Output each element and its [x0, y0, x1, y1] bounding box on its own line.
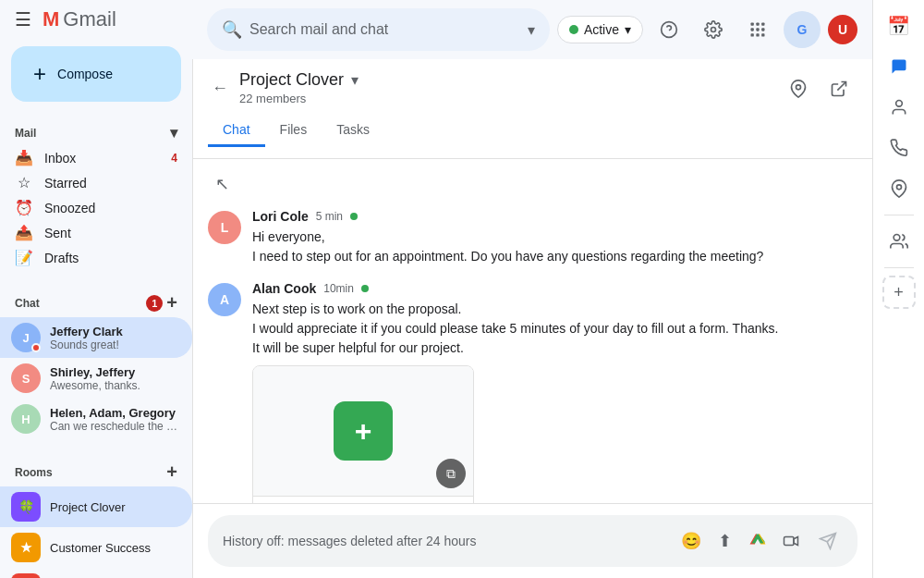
right-maps-button[interactable] [881, 170, 918, 207]
mail-section-text: Mail [15, 127, 36, 140]
attachment-preview: + ⧉ [253, 366, 473, 496]
alan-header: Alan Cook 10min [252, 281, 857, 296]
chat-item-shirley[interactable]: S Shirley, Jeffery Awesome, thanks. [0, 358, 192, 399]
upload-button[interactable]: ⬆ [710, 526, 739, 556]
tab-tasks[interactable]: Tasks [322, 115, 384, 147]
cursor-area: ↖ [208, 174, 857, 194]
lori-online-dot [350, 213, 358, 220]
helen-info: Helen, Adam, Gregory Can we reschedule t… [50, 406, 181, 433]
drafts-icon: 📝 [15, 249, 33, 266]
chat-room-title: Project Clover [239, 70, 344, 90]
rooms-section-label[interactable]: Rooms + [0, 454, 192, 486]
attachment-footer: ▦ Proposal survey d... ↗ [253, 496, 473, 503]
search-bar[interactable]: 🔍 ▾ [207, 8, 550, 51]
tab-chat[interactable]: Chat [208, 115, 265, 147]
topbar: 🔍 ▾ Active ▾ G U [192, 0, 872, 59]
project-clover-icon: 🍀 [11, 492, 41, 522]
jeffery-name: Jeffery Clark [50, 325, 181, 338]
room-item-customer-success[interactable]: ★ Customer Success [0, 527, 192, 568]
mail-section-label[interactable]: Mail ▾ [0, 117, 192, 145]
sidebar-item-inbox[interactable]: 📥 Inbox 4 [0, 145, 192, 170]
svg-point-19 [896, 185, 901, 190]
chat-section-label[interactable]: Chat 1 + [0, 285, 192, 317]
right-contacts-button[interactable] [881, 89, 918, 126]
hamburger-icon[interactable]: ☰ [15, 8, 31, 31]
sent-label: Sent [44, 226, 71, 240]
starred-label: Starred [44, 176, 87, 191]
alan-attachment: + ⧉ ▦ Proposal survey d... ↗ [252, 365, 474, 503]
search-icon: 🔍 [222, 19, 242, 40]
message-alan-cook: A Alan Cook 10min Next step is to work o… [208, 281, 857, 503]
snoozed-icon: ⏰ [15, 199, 33, 216]
alan-avatar: A [208, 283, 241, 316]
sidebar-item-drafts[interactable]: 📝 Drafts [0, 245, 192, 270]
user-avatar[interactable]: U [828, 15, 857, 44]
customer-success-icon: ★ [11, 533, 41, 562]
help-button[interactable] [650, 11, 687, 48]
meet-button[interactable] [776, 526, 806, 556]
chat-badge: 1 [146, 295, 163, 312]
send-button[interactable] [813, 526, 843, 556]
alan-message-text: Next step is to work on the proposal. I … [252, 300, 857, 358]
chat-item-helen[interactable]: H Helen, Adam, Gregory Can we reschedule… [0, 399, 192, 439]
sidebar-item-snoozed[interactable]: ⏰ Snoozed [0, 195, 192, 220]
right-add-widget-button[interactable]: + [882, 276, 916, 309]
inbox-label: Inbox [44, 151, 76, 166]
sidebar-item-sent[interactable]: 📤 Sent [0, 220, 192, 245]
chat-title-row: Project Clover ▾ [239, 70, 359, 90]
lori-avatar: L [208, 211, 241, 244]
svg-rect-11 [761, 33, 764, 36]
apps-button[interactable] [739, 11, 776, 48]
tab-files[interactable]: Files [265, 115, 322, 147]
compose-button[interactable]: + Compose [11, 46, 181, 102]
right-calendar-button[interactable]: 📅 [881, 7, 918, 44]
settings-button[interactable] [695, 11, 732, 48]
svg-point-12 [796, 85, 801, 90]
pin-button[interactable] [780, 70, 817, 107]
chat-add-icon[interactable]: + [166, 292, 177, 314]
mail-collapse-icon[interactable]: ▾ [170, 124, 177, 141]
back-button[interactable]: ← [208, 75, 232, 102]
chat-container: ← Project Clover ▾ 22 members [192, 59, 872, 578]
lori-header: Lori Cole 5 min [252, 209, 857, 224]
search-input[interactable] [249, 21, 520, 38]
sidebar: ☰ M Gmail + Compose Mail ▾ 📥 Inbox 4 ☆ S… [0, 0, 192, 578]
project-clover-name: Project Clover [50, 500, 126, 514]
alan-name: Alan Cook [252, 281, 316, 296]
shirley-preview: Awesome, thanks. [50, 379, 181, 392]
attachment-copy-button[interactable]: ⧉ [436, 459, 466, 488]
chat-title-group: Project Clover ▾ 22 members [239, 70, 359, 105]
shirley-avatar: S [11, 363, 41, 393]
svg-rect-14 [784, 537, 795, 546]
rooms-section-text: Rooms [15, 466, 53, 479]
gmail-text: Gmail [63, 7, 116, 31]
drive-button[interactable] [743, 526, 772, 556]
emoji-button[interactable]: 😊 [676, 526, 706, 556]
lori-time: 5 min [316, 210, 343, 223]
room-item-project-clover[interactable]: 🍀 Project Clover [0, 486, 192, 527]
chat-header: ← Project Clover ▾ 22 members [193, 59, 872, 159]
chat-header-row: ← Project Clover ▾ 22 members [208, 70, 857, 107]
right-phone-button[interactable] [881, 129, 918, 166]
search-dropdown-icon[interactable]: ▾ [528, 21, 535, 39]
svg-marker-15 [794, 537, 798, 546]
marketing-icon: M [11, 573, 41, 578]
chat-item-jeffery[interactable]: J Jeffery Clark Sounds great! [0, 317, 192, 358]
sidebar-item-starred[interactable]: ☆ Starred [0, 170, 192, 195]
jeffery-online-dot [31, 343, 41, 352]
right-people-button[interactable] [881, 223, 918, 260]
status-button[interactable]: Active ▾ [557, 16, 643, 43]
rooms-add-icon[interactable]: + [166, 461, 177, 483]
chat-title-chevron-icon[interactable]: ▾ [351, 71, 359, 89]
inbox-count: 4 [171, 152, 177, 165]
topbar-actions: Active ▾ G U [557, 11, 857, 48]
status-label: Active [584, 22, 619, 37]
alan-content: Alan Cook 10min Next step is to work on … [252, 281, 857, 503]
room-item-marketing-updates[interactable]: M Marketing updates [0, 568, 192, 578]
customer-success-name: Customer Success [50, 541, 151, 555]
lori-name: Lori Cole [252, 209, 309, 224]
right-chat-button[interactable] [881, 48, 918, 85]
open-button[interactable] [821, 70, 857, 107]
svg-rect-6 [751, 28, 754, 31]
attachment-form-icon: + [334, 401, 393, 461]
